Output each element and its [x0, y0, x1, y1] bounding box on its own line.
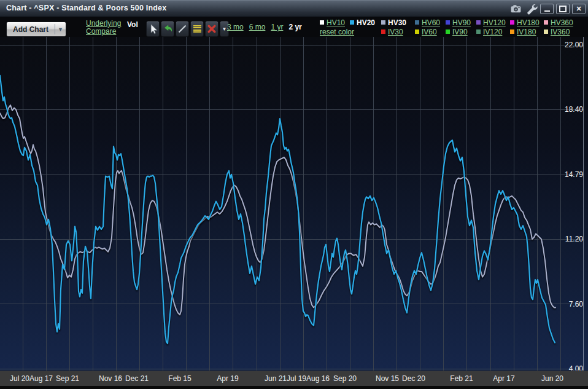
- x-axis-label: Jun 20: [541, 374, 563, 383]
- legend-item-label[interactable]: HV20: [357, 18, 375, 27]
- delete-tool-button[interactable]: [205, 21, 219, 37]
- toolbar: Add Chart ▼ Underlying Compare Vol: [0, 17, 588, 37]
- legend-item-iv120[interactable]: IV120: [476, 27, 510, 36]
- y-axis-label: 18.40: [552, 105, 583, 114]
- chart-window: Chart - ^SPX - Standard & Poors 500 Inde…: [0, 0, 588, 389]
- legend-swatch-icon: [446, 29, 450, 34]
- add-chart-label: Add Chart: [7, 25, 55, 34]
- legend-swatch-icon: [544, 29, 548, 34]
- volatility-chart[interactable]: [0, 37, 588, 371]
- legend-item-iv360[interactable]: IV360: [544, 27, 582, 36]
- legend-swatch-icon: [381, 20, 385, 25]
- line-tool-button[interactable]: [176, 21, 189, 37]
- minimize-button[interactable]: [540, 4, 554, 14]
- x-axis-label: Aug 17: [29, 374, 53, 383]
- legend-item-label[interactable]: HV360: [551, 18, 573, 27]
- list-tool-button[interactable]: [190, 21, 204, 37]
- legend-swatch-icon: [476, 20, 481, 25]
- reset-color-label[interactable]: reset color: [320, 28, 354, 36]
- x-axis-label: Dec 21: [125, 374, 149, 383]
- legend-item-iv180[interactable]: IV180: [510, 27, 544, 36]
- list-tool-icon: [193, 25, 201, 33]
- delete-x-icon: [206, 23, 218, 35]
- series-hv30-line: [0, 105, 555, 315]
- legend-item-iv30[interactable]: IV30: [381, 27, 415, 36]
- range-1yr-link[interactable]: 1 yr: [271, 23, 283, 31]
- vol-tab-active[interactable]: Vol: [127, 20, 138, 29]
- legend-swatch-icon: [510, 29, 514, 34]
- range-6mo-link[interactable]: 6 mo: [249, 23, 266, 31]
- legend-swatch-icon: [381, 29, 385, 34]
- legend-swatch-icon: [350, 20, 354, 25]
- title-bar[interactable]: Chart - ^SPX - Standard & Poors 500 Inde…: [0, 0, 588, 17]
- underlying-link[interactable]: Underlying: [86, 20, 121, 28]
- x-axis-label: Dec 20: [402, 374, 425, 383]
- legend-item-label[interactable]: HV120: [483, 18, 506, 27]
- series-legend: HV10HV20HV30HV60HV90HV120HV180HV360reset…: [320, 18, 582, 36]
- legend-item-label[interactable]: IV120: [483, 28, 502, 36]
- x-axis-label: Feb 21: [450, 374, 473, 383]
- maximize-button[interactable]: [556, 4, 570, 14]
- bottom-bar: [0, 386, 588, 389]
- legend-item-hv30[interactable]: HV30: [381, 18, 415, 27]
- plot-right-border: [583, 37, 584, 371]
- compare-link[interactable]: Compare: [86, 28, 121, 36]
- legend-swatch-icon: [415, 20, 419, 25]
- range-2yr-active[interactable]: 2 yr: [288, 23, 301, 31]
- legend-item-hv60[interactable]: HV60: [415, 18, 446, 27]
- legend-swatch-icon: [415, 29, 419, 34]
- legend-swatch-icon: [510, 20, 514, 25]
- legend-item-hv10[interactable]: HV10: [320, 18, 350, 27]
- series-hv20-line: [0, 76, 555, 344]
- legend-item-hv120[interactable]: HV120: [476, 18, 510, 27]
- legend-swatch-icon: [320, 20, 324, 25]
- line-tool-icon: [176, 23, 188, 35]
- reset-color-link[interactable]: reset color: [320, 27, 381, 36]
- legend-item-label[interactable]: HV180: [517, 18, 540, 27]
- y-axis-label: 14.79: [552, 170, 583, 179]
- x-axis-label: Nov 15: [376, 374, 399, 383]
- y-axis-label: 11.20: [552, 235, 583, 243]
- legend-item-label[interactable]: IV90: [452, 28, 468, 36]
- y-axis-label: 7.60: [552, 300, 583, 308]
- x-axis-label: Jul 19: [287, 374, 306, 383]
- x-axis-label: Nov 16: [99, 374, 122, 383]
- legend-item-hv20[interactable]: HV20: [350, 18, 381, 27]
- add-chart-button[interactable]: Add Chart ▼: [6, 22, 66, 37]
- close-button[interactable]: ✕: [572, 4, 586, 14]
- legend-item-label[interactable]: IV360: [551, 28, 570, 36]
- x-axis-label: Apr 19: [217, 374, 238, 383]
- cursor-tool-button[interactable]: [146, 21, 160, 37]
- y-axis-label: 22.00: [552, 41, 583, 49]
- legend-item-iv90[interactable]: IV90: [446, 27, 476, 36]
- settings-wrench-icon[interactable]: [525, 2, 538, 15]
- legend-swatch-icon: [476, 29, 481, 34]
- chart-plot-area[interactable]: 22.0018.4014.7911.207.604.00: [0, 37, 588, 371]
- legend-item-label[interactable]: IV60: [422, 28, 437, 36]
- cursor-icon: [147, 23, 159, 35]
- chevron-down-icon[interactable]: ▼: [55, 26, 66, 33]
- x-axis-label: Apr 17: [493, 374, 514, 383]
- legend-item-label[interactable]: IV30: [388, 28, 403, 36]
- legend-item-hv360[interactable]: HV360: [544, 18, 582, 27]
- x-axis-label: Jul 20: [10, 374, 29, 383]
- x-axis-label: Sep 21: [56, 374, 79, 383]
- legend-item-label[interactable]: HV10: [327, 18, 345, 27]
- legend-swatch-icon: [446, 20, 450, 25]
- legend-item-label[interactable]: HV90: [452, 18, 471, 27]
- chevron-down-icon: ▼: [222, 26, 227, 32]
- camera-icon[interactable]: [509, 2, 522, 15]
- legend-item-label[interactable]: HV60: [422, 18, 440, 27]
- window-title: Chart - ^SPX - Standard & Poors 500 Inde…: [6, 4, 166, 12]
- x-axis-label: Jun 21: [265, 374, 287, 383]
- legend-item-hv90[interactable]: HV90: [446, 18, 476, 27]
- undo-icon: [161, 23, 174, 35]
- x-axis-label: Aug 16: [306, 374, 330, 383]
- undo-tool-button[interactable]: [161, 21, 174, 37]
- legend-item-hv180[interactable]: HV180: [510, 18, 544, 27]
- legend-swatch-icon: [544, 20, 548, 25]
- range-3mo-link[interactable]: 3 mo: [227, 23, 244, 31]
- legend-item-iv60[interactable]: IV60: [415, 27, 446, 36]
- legend-item-label[interactable]: HV30: [388, 18, 406, 27]
- legend-item-label[interactable]: IV180: [517, 28, 536, 36]
